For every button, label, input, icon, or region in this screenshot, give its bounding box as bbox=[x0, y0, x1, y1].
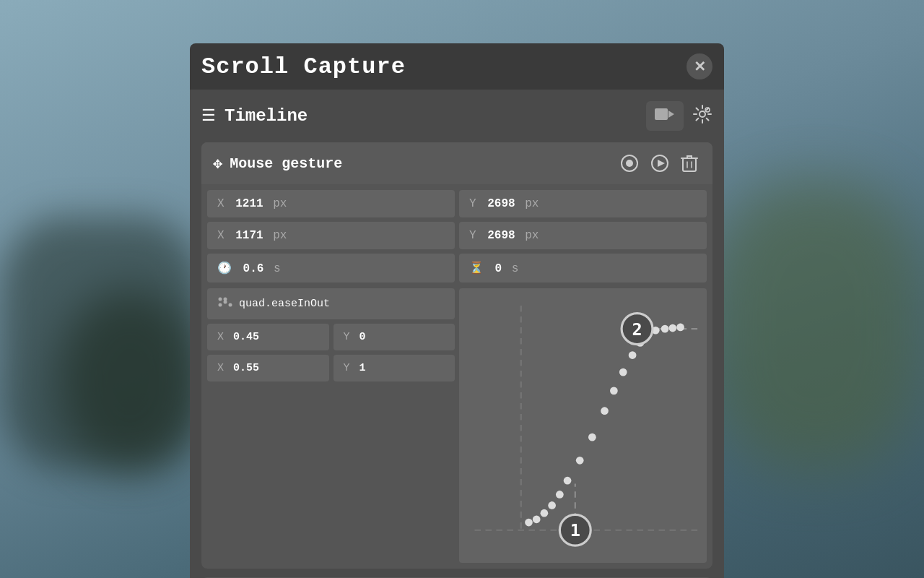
svg-point-12 bbox=[219, 303, 222, 307]
svg-point-29 bbox=[629, 351, 637, 359]
mouse-gesture-card: ✥ Mouse gesture bbox=[201, 142, 712, 569]
card-header: ✥ Mouse gesture bbox=[201, 142, 712, 184]
y1-cell: Y 2698 px bbox=[459, 190, 707, 217]
svg-point-24 bbox=[576, 457, 584, 465]
y2-label: Y bbox=[469, 229, 476, 242]
easing-left: quad.easeInOut X 0.45 Y 0 bbox=[207, 288, 455, 563]
delay-cell: ⏳ 0 s bbox=[459, 254, 707, 282]
svg-point-18 bbox=[525, 519, 533, 527]
sub-row-1: X 0.45 Y 0 bbox=[207, 324, 455, 350]
clock-icon: 🕐 bbox=[217, 262, 232, 275]
svg-point-20 bbox=[541, 509, 549, 517]
background-extra bbox=[707, 181, 924, 470]
delete-button[interactable] bbox=[678, 151, 701, 176]
cy2-value: 1 bbox=[359, 362, 366, 374]
toolbar: ☰ Timeline bbox=[201, 101, 712, 131]
sub-row-2: X 0.55 Y 1 bbox=[207, 355, 455, 381]
drag-icon: ✥ bbox=[213, 154, 222, 173]
x1-value: 1211 bbox=[235, 197, 263, 210]
video-button[interactable] bbox=[646, 101, 684, 131]
menu-icon[interactable]: ☰ bbox=[201, 106, 216, 126]
hourglass-icon: ⏳ bbox=[469, 262, 484, 275]
y1-value: 2698 bbox=[487, 197, 515, 210]
record-button[interactable] bbox=[617, 151, 642, 176]
delay-unit: s bbox=[512, 262, 519, 275]
delay-value: 0 bbox=[495, 262, 502, 275]
svg-point-27 bbox=[610, 387, 618, 394]
svg-point-28 bbox=[619, 368, 627, 376]
duration-value: 0.6 bbox=[243, 262, 264, 275]
dialog-title: Scroll Capture bbox=[201, 53, 406, 80]
title-bar: Scroll Capture ✕ bbox=[190, 43, 724, 90]
close-button[interactable]: ✕ bbox=[687, 53, 712, 79]
x1-cell: X 1211 px bbox=[207, 190, 455, 217]
dialog-content: ☰ Timeline bbox=[190, 90, 724, 578]
svg-point-23 bbox=[564, 477, 572, 485]
mouse-gesture-title: Mouse gesture bbox=[230, 155, 342, 172]
svg-marker-1 bbox=[668, 111, 674, 118]
toolbar-title: Timeline bbox=[225, 106, 637, 126]
cy2-label: Y bbox=[344, 362, 350, 374]
x2-unit: px bbox=[273, 229, 287, 242]
svg-point-5 bbox=[626, 160, 633, 167]
cy1-cell: Y 0 bbox=[334, 324, 456, 350]
cy2-cell: Y 1 bbox=[334, 355, 456, 381]
cx2-cell: X 0.55 bbox=[207, 355, 329, 381]
duration-unit: s bbox=[274, 262, 281, 275]
play-button[interactable] bbox=[648, 151, 672, 176]
duration-cell: 🕐 0.6 s bbox=[207, 254, 455, 282]
svg-point-9 bbox=[219, 298, 222, 301]
easing-row: quad.easeInOut X 0.45 Y 0 bbox=[201, 288, 712, 569]
video-icon bbox=[655, 107, 675, 125]
cy1-value: 0 bbox=[359, 331, 366, 343]
svg-rect-0 bbox=[655, 108, 668, 120]
cx1-label: X bbox=[217, 331, 224, 343]
y2-cell: Y 2698 px bbox=[459, 222, 707, 249]
svg-point-11 bbox=[229, 303, 232, 307]
easing-icon bbox=[217, 296, 233, 312]
y2-unit: px bbox=[525, 229, 539, 242]
svg-text:2: 2 bbox=[632, 319, 642, 340]
cx2-value: 0.55 bbox=[233, 362, 259, 374]
easing-name: quad.easeInOut bbox=[239, 298, 330, 310]
settings-button[interactable] bbox=[692, 104, 712, 129]
cx1-cell: X 0.45 bbox=[207, 324, 329, 350]
easing-chart: 1 2 bbox=[459, 288, 707, 563]
svg-point-25 bbox=[588, 434, 596, 441]
x2-label: X bbox=[217, 229, 225, 242]
cx1-value: 0.45 bbox=[233, 331, 259, 343]
cx2-label: X bbox=[217, 362, 224, 374]
y1-label: Y bbox=[469, 197, 476, 210]
x2-cell: X 1171 px bbox=[207, 222, 455, 249]
svg-point-33 bbox=[661, 325, 669, 333]
x1-label: X bbox=[217, 197, 225, 210]
svg-point-34 bbox=[668, 324, 676, 332]
svg-point-35 bbox=[676, 324, 684, 332]
y1-unit: px bbox=[525, 197, 539, 210]
x1-unit: px bbox=[273, 197, 287, 210]
y2-value: 2698 bbox=[487, 229, 515, 242]
card-header-left: ✥ Mouse gesture bbox=[213, 154, 342, 173]
svg-point-26 bbox=[601, 407, 609, 415]
cy1-label: Y bbox=[344, 331, 350, 343]
dialog-window: Scroll Capture ✕ ☰ Timeline bbox=[190, 43, 724, 578]
svg-text:1: 1 bbox=[570, 520, 580, 540]
svg-rect-8 bbox=[683, 158, 696, 171]
svg-point-19 bbox=[533, 515, 541, 523]
card-header-actions bbox=[617, 151, 701, 176]
svg-point-2 bbox=[699, 111, 705, 117]
svg-point-13 bbox=[224, 298, 227, 301]
svg-marker-7 bbox=[658, 160, 665, 167]
svg-point-22 bbox=[556, 491, 564, 499]
data-rows: X 1211 px Y 2698 px X 1171 px Y 2698 bbox=[201, 184, 712, 288]
easing-name-cell: quad.easeInOut bbox=[207, 288, 455, 319]
x2-value: 1171 bbox=[235, 229, 263, 242]
svg-point-21 bbox=[548, 501, 556, 509]
